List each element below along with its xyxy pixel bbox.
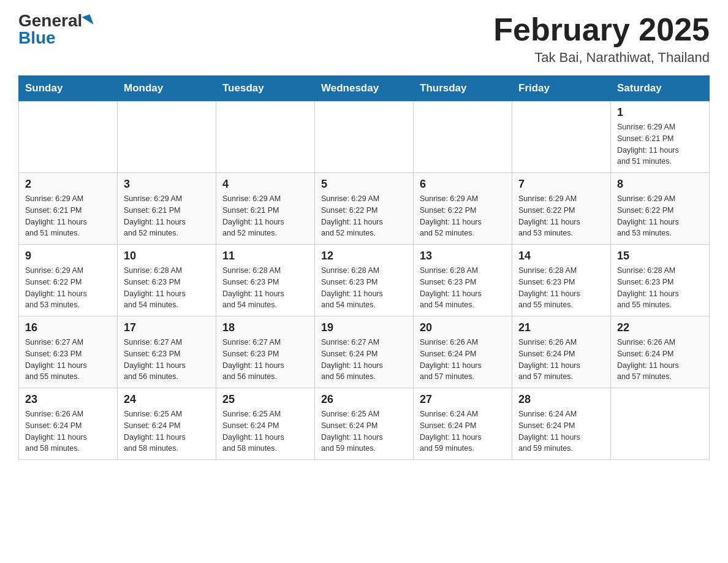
day-info: Sunrise: 6:28 AM Sunset: 6:23 PM Dayligh… — [617, 265, 703, 311]
day-info: Sunrise: 6:26 AM Sunset: 6:24 PM Dayligh… — [25, 408, 111, 454]
day-number: 14 — [518, 250, 604, 262]
calendar-cell: 11Sunrise: 6:28 AM Sunset: 6:23 PM Dayli… — [216, 245, 315, 316]
day-number: 11 — [222, 250, 308, 262]
day-info: Sunrise: 6:25 AM Sunset: 6:24 PM Dayligh… — [321, 408, 407, 454]
page-header: General Blue February 2025 Tak Bai, Nara… — [18, 12, 710, 66]
day-info: Sunrise: 6:27 AM Sunset: 6:23 PM Dayligh… — [222, 337, 308, 383]
day-info: Sunrise: 6:25 AM Sunset: 6:24 PM Dayligh… — [124, 408, 210, 454]
day-info: Sunrise: 6:24 AM Sunset: 6:24 PM Dayligh… — [420, 408, 506, 454]
day-number: 25 — [222, 393, 308, 406]
day-info: Sunrise: 6:28 AM Sunset: 6:23 PM Dayligh… — [420, 265, 506, 311]
calendar-cell: 6Sunrise: 6:29 AM Sunset: 6:22 PM Daylig… — [414, 173, 512, 245]
day-number: 20 — [420, 321, 506, 334]
calendar-cell — [414, 101, 512, 173]
week-row-3: 9Sunrise: 6:29 AM Sunset: 6:22 PM Daylig… — [19, 245, 710, 316]
logo-blue-text: Blue — [18, 29, 56, 47]
calendar-cell: 13Sunrise: 6:28 AM Sunset: 6:23 PM Dayli… — [414, 245, 512, 316]
day-number: 18 — [222, 321, 308, 334]
day-number: 16 — [25, 321, 111, 334]
calendar-cell: 9Sunrise: 6:29 AM Sunset: 6:22 PM Daylig… — [19, 245, 118, 316]
header-tuesday: Tuesday — [216, 76, 315, 101]
day-info: Sunrise: 6:24 AM Sunset: 6:24 PM Dayligh… — [518, 408, 604, 454]
day-info: Sunrise: 6:29 AM Sunset: 6:22 PM Dayligh… — [420, 193, 506, 239]
day-number: 7 — [518, 178, 604, 191]
calendar-cell: 17Sunrise: 6:27 AM Sunset: 6:23 PM Dayli… — [118, 316, 216, 388]
calendar-cell: 14Sunrise: 6:28 AM Sunset: 6:23 PM Dayli… — [512, 245, 611, 316]
calendar-cell: 26Sunrise: 6:25 AM Sunset: 6:24 PM Dayli… — [315, 388, 414, 460]
day-number: 8 — [617, 178, 703, 191]
calendar-cell: 22Sunrise: 6:26 AM Sunset: 6:24 PM Dayli… — [611, 316, 710, 388]
day-number: 28 — [518, 393, 604, 406]
day-number: 3 — [124, 178, 210, 191]
calendar-cell: 10Sunrise: 6:28 AM Sunset: 6:23 PM Dayli… — [118, 245, 216, 316]
calendar-cell: 4Sunrise: 6:29 AM Sunset: 6:21 PM Daylig… — [216, 173, 315, 245]
calendar-cell: 27Sunrise: 6:24 AM Sunset: 6:24 PM Dayli… — [414, 388, 512, 460]
calendar-cell: 7Sunrise: 6:29 AM Sunset: 6:22 PM Daylig… — [512, 173, 611, 245]
calendar-cell: 16Sunrise: 6:27 AM Sunset: 6:23 PM Dayli… — [19, 316, 118, 388]
day-info: Sunrise: 6:29 AM Sunset: 6:22 PM Dayligh… — [321, 193, 407, 239]
day-number: 10 — [124, 250, 210, 262]
calendar-cell — [611, 388, 710, 460]
day-info: Sunrise: 6:29 AM Sunset: 6:22 PM Dayligh… — [617, 193, 703, 239]
logo-general-text: General — [18, 12, 82, 29]
logo: General Blue — [18, 12, 92, 47]
day-number: 15 — [617, 250, 703, 262]
calendar-cell: 2Sunrise: 6:29 AM Sunset: 6:21 PM Daylig… — [19, 173, 118, 245]
calendar-cell: 12Sunrise: 6:28 AM Sunset: 6:23 PM Dayli… — [315, 245, 414, 316]
week-row-1: 1Sunrise: 6:29 AM Sunset: 6:21 PM Daylig… — [19, 101, 710, 173]
day-number: 17 — [124, 321, 210, 334]
day-info: Sunrise: 6:26 AM Sunset: 6:24 PM Dayligh… — [420, 337, 506, 383]
day-info: Sunrise: 6:25 AM Sunset: 6:24 PM Dayligh… — [222, 408, 308, 454]
day-number: 26 — [321, 393, 407, 406]
day-info: Sunrise: 6:28 AM Sunset: 6:23 PM Dayligh… — [222, 265, 308, 311]
calendar-cell: 21Sunrise: 6:26 AM Sunset: 6:24 PM Dayli… — [512, 316, 611, 388]
calendar-cell — [315, 101, 414, 173]
week-row-2: 2Sunrise: 6:29 AM Sunset: 6:21 PM Daylig… — [19, 173, 710, 245]
day-number: 2 — [25, 178, 111, 191]
calendar-cell: 15Sunrise: 6:28 AM Sunset: 6:23 PM Dayli… — [611, 245, 710, 316]
day-number: 22 — [617, 321, 703, 334]
calendar-cell: 24Sunrise: 6:25 AM Sunset: 6:24 PM Dayli… — [118, 388, 216, 460]
header-friday: Friday — [512, 76, 611, 101]
day-info: Sunrise: 6:28 AM Sunset: 6:23 PM Dayligh… — [124, 265, 210, 311]
day-number: 27 — [420, 393, 506, 406]
calendar-cell: 1Sunrise: 6:29 AM Sunset: 6:21 PM Daylig… — [611, 101, 710, 173]
day-info: Sunrise: 6:29 AM Sunset: 6:21 PM Dayligh… — [25, 193, 111, 239]
header-wednesday: Wednesday — [315, 76, 414, 101]
day-info: Sunrise: 6:29 AM Sunset: 6:21 PM Dayligh… — [617, 121, 703, 167]
calendar-cell: 28Sunrise: 6:24 AM Sunset: 6:24 PM Dayli… — [512, 388, 611, 460]
day-number: 24 — [124, 393, 210, 406]
calendar-cell: 23Sunrise: 6:26 AM Sunset: 6:24 PM Dayli… — [19, 388, 118, 460]
calendar-subtitle: Tak Bai, Narathiwat, Thailand — [493, 50, 710, 66]
calendar-cell: 5Sunrise: 6:29 AM Sunset: 6:22 PM Daylig… — [315, 173, 414, 245]
calendar-cell — [19, 101, 118, 173]
day-number: 23 — [25, 393, 111, 406]
header-saturday: Saturday — [611, 76, 710, 101]
header-monday: Monday — [118, 76, 216, 101]
calendar-cell: 8Sunrise: 6:29 AM Sunset: 6:22 PM Daylig… — [611, 173, 710, 245]
day-info: Sunrise: 6:29 AM Sunset: 6:21 PM Dayligh… — [124, 193, 210, 239]
day-info: Sunrise: 6:28 AM Sunset: 6:23 PM Dayligh… — [518, 265, 604, 311]
week-row-5: 23Sunrise: 6:26 AM Sunset: 6:24 PM Dayli… — [19, 388, 710, 460]
calendar-header-row: SundayMondayTuesdayWednesdayThursdayFrid… — [19, 76, 710, 101]
day-number: 1 — [617, 106, 703, 119]
calendar-cell — [118, 101, 216, 173]
day-number: 19 — [321, 321, 407, 334]
title-area: February 2025 Tak Bai, Narathiwat, Thail… — [493, 12, 710, 66]
calendar-cell — [512, 101, 611, 173]
day-info: Sunrise: 6:26 AM Sunset: 6:24 PM Dayligh… — [617, 337, 703, 383]
day-info: Sunrise: 6:29 AM Sunset: 6:22 PM Dayligh… — [518, 193, 604, 239]
calendar-cell: 20Sunrise: 6:26 AM Sunset: 6:24 PM Dayli… — [414, 316, 512, 388]
day-info: Sunrise: 6:27 AM Sunset: 6:24 PM Dayligh… — [321, 337, 407, 383]
calendar-cell: 19Sunrise: 6:27 AM Sunset: 6:24 PM Dayli… — [315, 316, 414, 388]
day-info: Sunrise: 6:28 AM Sunset: 6:23 PM Dayligh… — [321, 265, 407, 311]
calendar-cell: 3Sunrise: 6:29 AM Sunset: 6:21 PM Daylig… — [118, 173, 216, 245]
day-number: 9 — [25, 250, 111, 262]
calendar-cell: 25Sunrise: 6:25 AM Sunset: 6:24 PM Dayli… — [216, 388, 315, 460]
calendar-cell: 18Sunrise: 6:27 AM Sunset: 6:23 PM Dayli… — [216, 316, 315, 388]
day-number: 13 — [420, 250, 506, 262]
day-info: Sunrise: 6:26 AM Sunset: 6:24 PM Dayligh… — [518, 337, 604, 383]
calendar-table: SundayMondayTuesdayWednesdayThursdayFrid… — [18, 75, 710, 460]
logo-arrow-icon — [82, 14, 94, 28]
day-number: 12 — [321, 250, 407, 262]
